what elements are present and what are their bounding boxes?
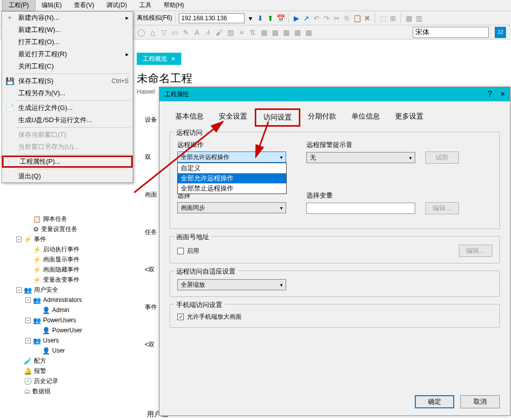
- dialog-tab[interactable]: 基本信息: [168, 108, 211, 127]
- pen-icon[interactable]: ✎: [181, 28, 190, 37]
- menubar-view[interactable]: 查看(V): [68, 0, 100, 11]
- grid2-icon[interactable]: ▦: [270, 28, 280, 37]
- ungroup-icon[interactable]: ⊞: [388, 14, 398, 23]
- grid3-icon[interactable]: ▦: [282, 28, 291, 37]
- layer-icon[interactable]: ≡: [237, 28, 246, 37]
- external-icon[interactable]: ↗: [302, 14, 311, 23]
- dialog-tab[interactable]: 更多设置: [387, 108, 431, 127]
- tree-toggle-icon[interactable]: −: [16, 287, 22, 293]
- edit-variable-button[interactable]: 编辑…: [425, 202, 459, 214]
- redo-icon[interactable]: ↷: [322, 14, 331, 23]
- order-icon[interactable]: ⇅: [248, 28, 257, 37]
- tree-item[interactable]: −👥PowerUsers: [7, 315, 134, 325]
- shape-circle-icon[interactable]: ◯: [137, 28, 146, 37]
- fill-icon[interactable]: ▨: [226, 28, 235, 37]
- tree-toggle-icon[interactable]: −: [25, 297, 31, 303]
- tree-item[interactable]: ⚡变量改变事件: [7, 275, 134, 285]
- tree-item[interactable]: 🔔报警: [7, 366, 134, 376]
- calendar-icon[interactable]: 📅: [276, 14, 285, 23]
- menu-item[interactable]: 💾保存工程(S)Ctrl+S: [2, 75, 133, 87]
- dialog-tab[interactable]: 分期付款: [300, 108, 344, 127]
- tree-item[interactable]: 👤Admin: [7, 305, 134, 315]
- tree-item[interactable]: −👥Users: [7, 335, 134, 346]
- enable-address-checkbox[interactable]: 启用: [177, 247, 199, 255]
- font-size-button[interactable]: 12: [495, 27, 506, 38]
- brush-icon[interactable]: 🖌: [215, 28, 224, 37]
- align-icon[interactable]: ▦: [404, 14, 413, 23]
- ok-button[interactable]: 确定: [415, 395, 454, 408]
- tree-item[interactable]: ⚡画面显示事件: [7, 254, 134, 264]
- tree-item[interactable]: ⚙变量设置任务: [7, 224, 134, 234]
- align2-icon[interactable]: ▥: [414, 14, 423, 23]
- menu-item[interactable]: 退出(Q): [2, 170, 133, 182]
- text-a-icon[interactable]: A: [192, 28, 202, 37]
- dialog-help-icon[interactable]: ?: [488, 90, 492, 99]
- dropdown-icon[interactable]: ▾: [246, 14, 255, 23]
- tree-item[interactable]: ⚡启动执行事件: [7, 244, 134, 254]
- tab-project-overview[interactable]: 工程概览 ×: [137, 53, 181, 65]
- group-icon[interactable]: ⬚: [378, 14, 387, 23]
- menu-item[interactable]: 保存当前窗口(T): [2, 129, 133, 141]
- menubar-debug[interactable]: 调试(D): [100, 0, 133, 11]
- option-allow-all[interactable]: 全部允许远程操作: [178, 173, 286, 183]
- mobile-zoom-checkbox[interactable]: ✓ 允许手机端放大画面: [177, 313, 492, 321]
- menu-item[interactable]: ＋新建内容(N)...▸: [2, 12, 133, 24]
- menu-item[interactable]: 关闭工程(C): [2, 60, 133, 72]
- tree-item[interactable]: 📋脚本任务: [7, 214, 134, 224]
- option-deny-all[interactable]: 全部禁止远程操作: [178, 183, 286, 194]
- menubar-tools[interactable]: 工具: [133, 0, 158, 11]
- tree-item[interactable]: 👤PowerUser: [7, 325, 134, 335]
- font-icon[interactable]: 𝐴: [204, 28, 213, 37]
- grid5-icon[interactable]: ▦: [304, 28, 313, 37]
- adaptive-select[interactable]: 全屏缩放 ▾: [177, 279, 286, 290]
- grid4-icon[interactable]: ▦: [293, 28, 302, 37]
- tree-toggle-icon[interactable]: −: [25, 338, 31, 343]
- menu-item[interactable]: 最近打开工程(R)▸: [2, 48, 133, 60]
- menu-item[interactable]: 生成U盘/SD卡运行文件...: [2, 114, 133, 126]
- shape-down-icon[interactable]: ▽: [159, 28, 168, 37]
- menubar-edit[interactable]: 编辑(E): [35, 0, 68, 11]
- font-family-input[interactable]: 宋体: [413, 27, 489, 38]
- try-listen-button[interactable]: 试听: [425, 151, 459, 164]
- menu-item[interactable]: 工程属性(P)...: [2, 156, 133, 168]
- tree-item[interactable]: 🧪配方: [7, 356, 134, 366]
- menu-item[interactable]: 工程另存为(V)...: [2, 87, 133, 99]
- tree-toggle-icon[interactable]: −: [16, 237, 22, 242]
- download-icon[interactable]: ⬇: [256, 14, 265, 23]
- shape-up-icon[interactable]: △: [148, 28, 157, 37]
- remote-op-select[interactable]: 全部允许远程操作 ▾ 自定义 全部允许远程操作 全部禁止远程操作: [177, 151, 286, 163]
- menu-item[interactable]: 📄生成运行文件(G)...: [2, 102, 133, 114]
- edit-address-button[interactable]: 编辑…: [459, 245, 492, 257]
- tree-item[interactable]: −👥用户安全: [7, 285, 134, 295]
- copy-icon[interactable]: ⎘: [342, 14, 351, 23]
- tab-close-icon[interactable]: ×: [171, 55, 175, 63]
- tree-toggle-icon[interactable]: −: [25, 318, 31, 323]
- dialog-tab[interactable]: 安全设置: [211, 108, 255, 127]
- undo-icon[interactable]: ↶: [312, 14, 321, 23]
- remote-alarm-select[interactable]: 无 ▾: [306, 152, 415, 163]
- dialog-tab[interactable]: 访问设置: [255, 108, 300, 127]
- dialog-tab[interactable]: 单位信息: [344, 108, 387, 127]
- menubar-help[interactable]: 帮助(H): [158, 0, 190, 11]
- tree-item[interactable]: 👤User: [7, 346, 134, 356]
- select-variable-input[interactable]: [306, 203, 415, 214]
- cut-icon[interactable]: ✂: [332, 14, 341, 23]
- paste-icon[interactable]: 📋: [352, 14, 362, 23]
- tree-item[interactable]: 🕘历史记录: [7, 376, 134, 386]
- offline-sim-label[interactable]: 离线模拟(F6): [137, 14, 172, 22]
- menu-item[interactable]: 新建工程(W)...: [2, 24, 133, 36]
- dialog-close-icon[interactable]: ×: [500, 90, 505, 99]
- upload-icon[interactable]: ⬆: [266, 14, 275, 23]
- ip-address-input[interactable]: 192.168.130.136: [179, 13, 245, 23]
- cancel-button[interactable]: 取消: [460, 395, 500, 408]
- grid1-icon[interactable]: ▦: [259, 28, 268, 37]
- shape-rect-icon[interactable]: ▭: [170, 28, 179, 37]
- play-icon[interactable]: ▶: [292, 14, 301, 23]
- delete-icon[interactable]: ✖: [363, 14, 372, 23]
- tree-item[interactable]: −⚡事件: [7, 234, 134, 244]
- menu-item[interactable]: 当前窗口另存为(U)...: [2, 141, 133, 153]
- select-sync-select[interactable]: 画面同步 ▾: [177, 202, 286, 213]
- menubar-project[interactable]: 工程(P): [2, 0, 35, 11]
- option-custom[interactable]: 自定义: [178, 163, 286, 173]
- tree-item[interactable]: ⚡画面隐藏事件: [7, 264, 134, 275]
